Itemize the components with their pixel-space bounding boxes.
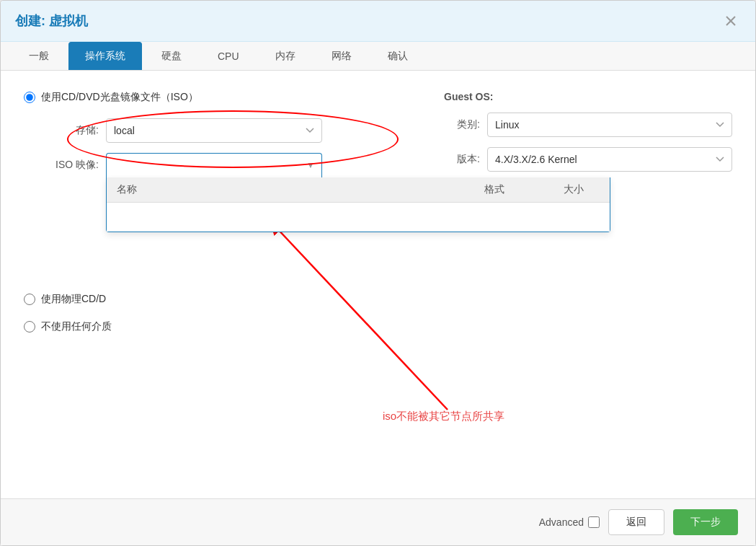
advanced-text: Advanced — [539, 516, 584, 528]
close-icon — [725, 15, 737, 27]
iso-dropdown-wrapper: ▼ 名称 格式 大小 — [106, 153, 322, 177]
dropdown-body — [107, 203, 610, 232]
col-format-header: 格式 — [451, 177, 538, 202]
col-size-header: 大小 — [538, 177, 610, 202]
tab-network[interactable]: 网络 — [315, 42, 368, 70]
back-button[interactable]: 返回 — [608, 509, 664, 535]
category-label: 类别: — [444, 118, 480, 131]
dropdown-header: 名称 格式 大小 — [107, 177, 610, 203]
category-row: 类别: Linux — [444, 113, 732, 137]
use-physical-label: 使用物理CD/D — [41, 293, 106, 306]
guest-os-title: Guest OS: — [444, 91, 732, 102]
dialog-footer: Advanced 返回 下一步 — [1, 498, 755, 545]
storage-select[interactable]: local — [106, 118, 322, 143]
tab-disk[interactable]: 硬盘 — [145, 42, 198, 70]
use-physical-section: 使用物理CD/D — [24, 293, 732, 306]
tab-cpu[interactable]: CPU — [201, 43, 256, 69]
next-button[interactable]: 下一步 — [673, 509, 738, 535]
tab-general[interactable]: 一般 — [12, 42, 66, 70]
close-button[interactable] — [721, 11, 741, 31]
no-media-radio[interactable] — [24, 321, 35, 333]
tab-bar: 一般 操作系统 硬盘 CPU 内存 网络 确认 — [1, 42, 755, 71]
advanced-checkbox[interactable] — [588, 516, 600, 528]
create-vm-dialog: 创建: 虚拟机 一般 操作系统 硬盘 CPU 内存 网络 确认 使用CD/DVD… — [0, 0, 756, 546]
use-iso-label: 使用CD/DVD光盘镜像文件（ISO） — [41, 91, 198, 104]
dialog-body: 使用CD/DVD光盘镜像文件（ISO） 存储: local ISO 映像: ▼ — [1, 71, 755, 498]
annotation-text: iso不能被其它节点所共享 — [383, 410, 504, 423]
use-iso-radio-label[interactable]: 使用CD/DVD光盘镜像文件（ISO） — [24, 91, 198, 104]
no-media-section: 不使用任何介质 — [24, 320, 732, 333]
version-label: 版本: — [444, 153, 480, 166]
version-row: 版本: 4.X/3.X/2.6 Kernel — [444, 147, 732, 172]
advanced-label[interactable]: Advanced — [539, 516, 600, 528]
iso-dropdown-menu: 名称 格式 大小 — [106, 177, 610, 232]
use-physical-radio[interactable] — [24, 294, 35, 305]
tab-memory[interactable]: 内存 — [259, 42, 312, 70]
tab-confirm[interactable]: 确认 — [371, 42, 424, 70]
use-iso-radio[interactable] — [24, 92, 35, 103]
iso-image-input[interactable] — [106, 153, 322, 177]
version-select[interactable]: 4.X/3.X/2.6 Kernel — [487, 147, 732, 172]
no-media-label: 不使用任何介质 — [41, 320, 112, 333]
svg-line-2 — [275, 226, 448, 410]
no-media-radio-label[interactable]: 不使用任何介质 — [24, 320, 112, 333]
dialog-header: 创建: 虚拟机 — [1, 1, 755, 42]
guest-os-section: Guest OS: 类别: Linux 版本: 4.X/3.X/2.6 Kern… — [444, 91, 732, 182]
category-select[interactable]: Linux — [487, 113, 732, 137]
storage-label: 存储: — [41, 124, 99, 137]
dialog-title: 创建: 虚拟机 — [15, 12, 88, 30]
tab-os[interactable]: 操作系统 — [68, 42, 142, 70]
col-name-header: 名称 — [107, 177, 451, 202]
use-physical-radio-label[interactable]: 使用物理CD/D — [24, 293, 106, 306]
iso-label: ISO 映像: — [41, 159, 99, 172]
